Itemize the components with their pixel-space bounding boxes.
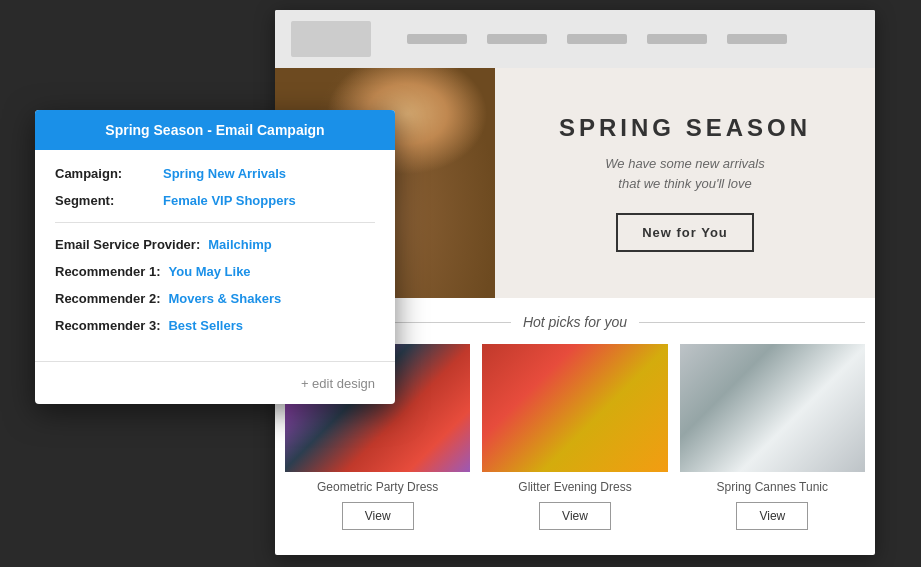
campaign-divider [55, 222, 375, 223]
campaign-detail-value-4[interactable]: Best Sellers [168, 318, 242, 333]
product-view-button-2[interactable]: View [539, 502, 611, 530]
campaign-detail-label-4: Recommender 3: [55, 318, 160, 333]
campaign-detail-label-1: Email Service Provider: [55, 237, 200, 252]
email-nav [407, 34, 787, 44]
campaign-row-rec3: Recommender 3: Best Sellers [55, 318, 375, 333]
campaign-row-esp: Email Service Provider: Mailchimp [55, 237, 375, 252]
campaign-row-segment: Segment: Female VIP Shoppers [55, 193, 375, 208]
nav-item-5 [727, 34, 787, 44]
edit-design-link[interactable]: + edit design [301, 376, 375, 391]
hot-picks-line-right [639, 322, 865, 323]
campaign-field-label-1: Campaign: [55, 166, 155, 181]
campaign-card-footer: + edit design [35, 361, 395, 404]
campaign-row-campaign: Campaign: Spring New Arrivals [55, 166, 375, 181]
nav-item-4 [647, 34, 707, 44]
campaign-row-rec2: Recommender 2: Movers & Shakers [55, 291, 375, 306]
campaign-detail-value-2[interactable]: You May Like [168, 264, 250, 279]
hero-content: SPRING SEASON We have some new arrivals … [495, 68, 875, 298]
product-name-2: Glitter Evening Dress [518, 480, 631, 494]
product-card-3: Spring Cannes Tunic View [680, 344, 865, 530]
email-header [275, 10, 875, 68]
campaign-detail-label-2: Recommender 1: [55, 264, 160, 279]
hot-picks-label: Hot picks for you [523, 314, 627, 330]
product-view-button-1[interactable]: View [342, 502, 414, 530]
hero-title: SPRING SEASON [559, 114, 811, 142]
hero-cta-button[interactable]: New for You [616, 213, 754, 252]
product-name-1: Geometric Party Dress [317, 480, 438, 494]
nav-item-2 [487, 34, 547, 44]
product-card-2: Glitter Evening Dress View [482, 344, 667, 530]
campaign-detail-label-3: Recommender 2: [55, 291, 160, 306]
email-logo [291, 21, 371, 57]
nav-item-1 [407, 34, 467, 44]
campaign-detail-value-1[interactable]: Mailchimp [208, 237, 272, 252]
campaign-card-title: Spring Season - Email Campaign [35, 110, 395, 150]
product-name-3: Spring Cannes Tunic [717, 480, 828, 494]
campaign-row-rec1: Recommender 1: You May Like [55, 264, 375, 279]
campaign-card-body: Campaign: Spring New Arrivals Segment: F… [35, 150, 395, 361]
campaign-field-label-2: Segment: [55, 193, 155, 208]
product-view-button-3[interactable]: View [736, 502, 808, 530]
campaign-detail-value-3[interactable]: Movers & Shakers [168, 291, 281, 306]
nav-item-3 [567, 34, 627, 44]
product-image-3 [680, 344, 865, 472]
product-image-2 [482, 344, 667, 472]
campaign-field-value-2[interactable]: Female VIP Shoppers [163, 193, 296, 208]
hero-subtitle: We have some new arrivals that we think … [605, 154, 764, 193]
campaign-card: Spring Season - Email Campaign Campaign:… [35, 110, 395, 404]
campaign-field-value-1[interactable]: Spring New Arrivals [163, 166, 286, 181]
